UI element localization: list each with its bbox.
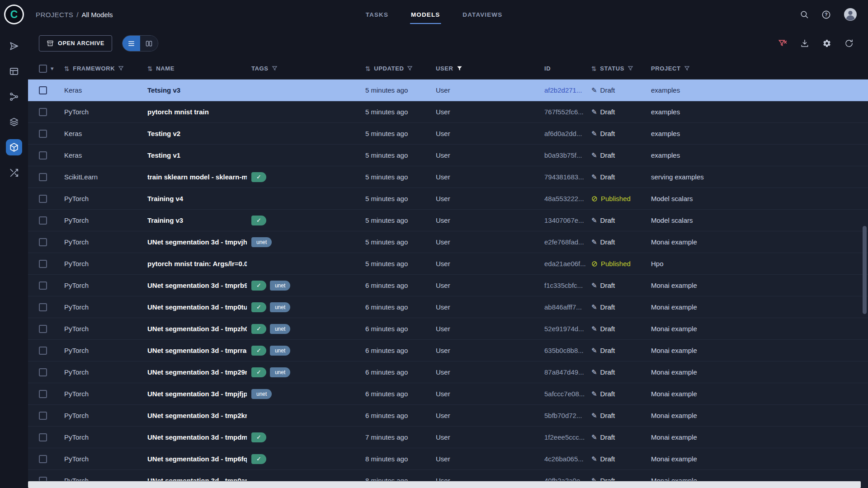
horizontal-scrollbar[interactable]	[28, 481, 861, 488]
row-checkbox[interactable]	[39, 86, 47, 94]
card-view-button[interactable]	[140, 36, 158, 51]
model-name[interactable]: UNet segmentation 3d - tmp29rf...	[143, 368, 247, 376]
model-name[interactable]: Testing v1	[143, 151, 247, 159]
help-icon[interactable]: ?	[821, 10, 831, 19]
tag-unet[interactable]: unet	[251, 389, 272, 399]
checkmark-tag[interactable]: ✓	[251, 302, 266, 312]
column-header-project[interactable]: PROJECT	[646, 65, 868, 72]
table-row[interactable]: PyTorchpytorch mnist train: Args/lr=0.01…	[28, 253, 868, 275]
tab-models[interactable]: MODELS	[411, 0, 440, 29]
filter-icon[interactable]	[684, 66, 690, 71]
select-all-checkbox[interactable]	[39, 65, 47, 73]
model-name[interactable]: UNet segmentation 3d - tmpjfjpv...	[143, 390, 247, 398]
table-view-button[interactable]	[123, 36, 140, 51]
id-cell[interactable]: 52e91974d...	[540, 325, 587, 333]
id-cell[interactable]: e2fe768fad...	[540, 238, 587, 246]
table-row[interactable]: PyTorchUNet segmentation 3d - tmpdm4...✓…	[28, 427, 868, 448]
column-header-tags[interactable]: TAGS	[247, 65, 361, 72]
row-checkbox[interactable]	[39, 216, 47, 225]
row-checkbox[interactable]	[39, 108, 47, 116]
id-cell[interactable]: 48a553222...	[540, 195, 587, 202]
id-cell[interactable]: 1f2eee5ccc...	[540, 433, 587, 441]
table-row[interactable]: PyTorchTraining v3✓5 minutes agoUser1340…	[28, 210, 868, 231]
chevron-down-icon[interactable]: ▾	[51, 65, 54, 72]
model-name[interactable]: UNet segmentation 3d - tmp6fq0...	[143, 455, 247, 463]
model-name[interactable]: UNet segmentation 3d - tmpvjhyl...	[143, 238, 247, 246]
row-checkbox[interactable]	[39, 368, 47, 376]
row-checkbox[interactable]	[39, 433, 47, 441]
row-checkbox[interactable]	[39, 347, 47, 355]
breadcrumb-current[interactable]: All Models	[81, 11, 113, 19]
filter-icon[interactable]	[272, 66, 278, 71]
table-row[interactable]: KerasTesting v15 minutes agoUserb0a93b75…	[28, 145, 868, 166]
sidebar-item-workers-queues[interactable]	[6, 164, 22, 181]
row-checkbox[interactable]	[39, 130, 47, 138]
table-row[interactable]: PyTorchUNet segmentation 3d - tmpzh0...✓…	[28, 318, 868, 340]
table-row[interactable]: PyTorchUNet segmentation 3d - tmp0ap...8…	[28, 470, 868, 481]
checkmark-tag[interactable]: ✓	[251, 346, 266, 356]
row-checkbox[interactable]	[39, 412, 47, 420]
filter-icon[interactable]	[407, 66, 413, 71]
id-cell[interactable]: 13407067e...	[540, 216, 587, 224]
model-name[interactable]: Testing v2	[143, 130, 247, 137]
checkmark-tag[interactable]: ✓	[251, 324, 266, 334]
checkmark-tag[interactable]: ✓	[251, 216, 266, 225]
checkmark-tag[interactable]: ✓	[251, 172, 266, 182]
model-name[interactable]: pytorch mnist train: Args/lr=0.01	[143, 260, 247, 267]
sidebar-item-pipelines[interactable]	[6, 89, 22, 105]
id-cell[interactable]: 767f552fc6...	[540, 108, 587, 116]
row-checkbox[interactable]	[39, 325, 47, 333]
table-row[interactable]: PyTorchUNet segmentation 3d - tmpjfjpv..…	[28, 383, 868, 405]
row-checkbox[interactable]	[39, 260, 47, 268]
user-avatar[interactable]	[844, 8, 857, 21]
id-cell[interactable]: 87a847d49...	[540, 368, 587, 376]
id-cell[interactable]: 4c26ba065...	[540, 455, 587, 463]
table-row[interactable]: PyTorchUNet segmentation 3d - tmp6fq0...…	[28, 448, 868, 470]
column-header-updated[interactable]: ⇅UPDATED	[361, 65, 431, 72]
vertical-scrollbar-thumb[interactable]	[863, 226, 867, 314]
search-icon[interactable]	[800, 10, 809, 19]
row-checkbox[interactable]	[39, 477, 47, 481]
model-name[interactable]: Tetsing v3	[143, 86, 247, 94]
model-name[interactable]: Training v4	[143, 195, 247, 202]
model-name[interactable]: UNet segmentation 3d - tmp0ap...	[143, 477, 247, 481]
tag-unet[interactable]: unet	[270, 302, 290, 312]
row-checkbox[interactable]	[39, 151, 47, 160]
open-archive-button[interactable]: OPEN ARCHIVE	[39, 35, 112, 52]
column-header-id[interactable]: ID	[540, 65, 587, 72]
tag-unet[interactable]: unet	[251, 237, 272, 247]
model-name[interactable]: UNet segmentation 3d - tmp0tu...	[143, 303, 247, 311]
clearml-logo[interactable]: C	[4, 5, 24, 24]
row-checkbox[interactable]	[39, 303, 47, 311]
sidebar-item-getting-started[interactable]	[6, 38, 22, 54]
model-name[interactable]: Training v3	[143, 216, 247, 224]
table-row[interactable]: PyTorchUNet segmentation 3d - tmprrae...…	[28, 340, 868, 361]
model-name[interactable]: UNet segmentation 3d - tmpzh0...	[143, 325, 247, 333]
tab-tasks[interactable]: TASKS	[366, 0, 388, 29]
id-cell[interactable]: eda21ae06f...	[540, 260, 587, 267]
sidebar-item-models[interactable]	[6, 139, 22, 155]
id-cell[interactable]: 635b0c8b8...	[540, 347, 587, 354]
id-cell[interactable]: 5afccc7e08...	[540, 390, 587, 398]
sidebar-item-hyper-datasets[interactable]	[6, 114, 22, 130]
column-header-framework[interactable]: ⇅FRAMEWORK	[60, 65, 143, 72]
model-name[interactable]: UNet segmentation 3d - tmp2kr0...	[143, 412, 247, 419]
settings-icon[interactable]	[822, 39, 831, 48]
sort-icon[interactable]: ⇅	[591, 65, 597, 72]
tag-unet[interactable]: unet	[270, 324, 290, 334]
id-cell[interactable]: af2b2d271...	[540, 86, 587, 94]
id-cell[interactable]: b0a93b75f...	[540, 151, 587, 159]
model-name[interactable]: UNet segmentation 3d - tmprb9d...	[143, 282, 247, 289]
table-row[interactable]: PyTorchpytorch mnist train5 minutes agoU…	[28, 101, 868, 123]
row-checkbox[interactable]	[39, 282, 47, 290]
tag-unet[interactable]: unet	[270, 367, 290, 377]
model-name[interactable]: UNet segmentation 3d - tmpdm4...	[143, 433, 247, 441]
column-header-user[interactable]: USER	[431, 65, 540, 72]
row-checkbox[interactable]	[39, 238, 47, 246]
breadcrumb-projects[interactable]: PROJECTS	[36, 11, 73, 19]
id-cell[interactable]: af6d0a2dd...	[540, 130, 587, 137]
row-checkbox[interactable]	[39, 173, 47, 181]
table-row[interactable]: PyTorchUNet segmentation 3d - tmp2kr0...…	[28, 405, 868, 427]
sidebar-item-datasets[interactable]	[6, 63, 22, 80]
sort-icon[interactable]: ⇅	[365, 65, 371, 72]
